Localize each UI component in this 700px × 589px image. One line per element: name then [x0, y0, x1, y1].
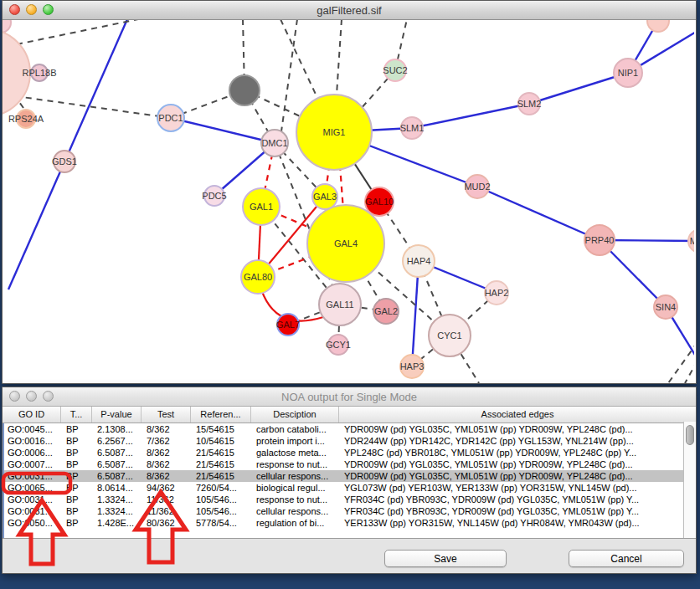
table-row[interactable]: GO:0045...BP2.1308...8/36215/54615carbon… [4, 423, 696, 435]
table-row[interactable]: GO:0050...BP1.428E...80/3625778/54...reg… [4, 517, 696, 529]
network-graph: RPL18BRPS24AGDS1PDC1MIG1SUC2SLM1SLM2NIP1… [3, 20, 694, 383]
column-header-test[interactable]: Test [142, 407, 191, 423]
node-label-HAP3: HAP3 [400, 361, 425, 371]
cell-p_value: 1.428E... [94, 517, 143, 529]
node-label-PDC1: PDC1 [158, 113, 183, 123]
cell-description: regulation of bi... [253, 517, 341, 529]
cell-go_id: GO:0031... [4, 494, 63, 505]
cell-reference: 105/546... [193, 505, 253, 517]
network-node-edge-node-topright[interactable] [647, 20, 669, 32]
cancel-button[interactable]: Cancel [569, 550, 684, 567]
network-canvas[interactable]: RPL18BRPS24AGDS1PDC1MIG1SUC2SLM1SLM2NIP1… [3, 20, 694, 383]
node-label-GDS1: GDS1 [52, 156, 77, 166]
node-label-DMC1: DMC1 [261, 138, 287, 148]
node-label-MSN: MSN [690, 236, 694, 246]
column-header-desciption[interactable]: Desciption [251, 407, 339, 423]
zoom-button[interactable] [43, 391, 54, 402]
cell-edges: YER133W (pp) YOR315W, YNL145W (pd) YHR08… [341, 517, 696, 529]
cell-type: BP [63, 447, 94, 458]
column-header-associated-edges[interactable]: Associated edges [339, 407, 696, 423]
node-label-NIP1: NIP1 [618, 68, 638, 78]
cell-edges: YFR034C (pd) YBR093C, YDR009W (pd) YGL03… [341, 494, 696, 505]
network-window-title: galFiltered.sif [3, 4, 696, 17]
table-header: GO IDT...P-valueTestReferen...Desciption… [3, 407, 696, 423]
node-label-SIN4: SIN4 [656, 302, 676, 312]
cell-test: 7/362 [143, 435, 193, 447]
network-node-gray-node[interactable] [229, 75, 260, 105]
cell-type: BP [63, 423, 94, 435]
cell-edges: YDR009W (pd) YGL035C, YML051W (pp) YDR00… [341, 470, 696, 482]
node-label-GAL3: GAL3 [313, 192, 337, 202]
cell-reference: 21/54615 [193, 447, 253, 458]
network-edge [337, 20, 342, 95]
cell-reference: 5778/54... [193, 517, 253, 529]
column-header-t[interactable]: T... [61, 407, 92, 423]
node-label-GAL1: GAL1 [250, 202, 273, 212]
cell-type: BP [63, 458, 94, 470]
cell-description: biological regul... [253, 482, 341, 494]
zoom-button[interactable] [43, 4, 54, 15]
table-row[interactable]: GO:0031...BP1.3324...11/362105/546...cel… [4, 505, 696, 517]
network-edge [685, 361, 694, 383]
column-header-referen[interactable]: Referen... [191, 407, 251, 423]
cell-go_id: GO:0031... [4, 505, 63, 517]
node-label-GAL80: GAL80 [244, 272, 272, 282]
network-window: galFiltered.sif RPL18BRPS24AGDS1PDC1MIG1… [2, 0, 697, 384]
cell-go_id: GO:0045... [4, 423, 63, 435]
table-row[interactable]: GO:0006...BP6.5087...8/36221/54615galact… [4, 447, 696, 458]
node-label-RPL18B: RPL18B [23, 68, 57, 78]
cell-description: cellular respons... [253, 505, 341, 517]
network-edge [529, 73, 628, 104]
table-scrollbar[interactable] [683, 422, 696, 540]
node-label-SUC2: SUC2 [383, 65, 407, 75]
results-table: GO:0045...BP2.1308...8/36215/54615carbon… [3, 423, 696, 542]
minimize-button[interactable] [26, 391, 37, 402]
cell-reference: 7260/54... [193, 482, 253, 494]
network-edge [171, 118, 275, 143]
cell-description: galactose meta... [253, 447, 341, 458]
noa-window-titlebar[interactable]: NOA output for Single Mode [3, 387, 696, 407]
cell-edges: YDR009W (pd) YGL035C, YML051W (pp) YDR00… [341, 423, 696, 435]
close-button[interactable] [9, 391, 20, 402]
cell-test: 8/362 [143, 423, 193, 435]
cell-p_value: 6.5087... [94, 458, 143, 470]
node-label-GAL2: GAL2 [374, 306, 398, 316]
cell-test: 8/362 [143, 458, 193, 470]
network-node-edge-node-topleft[interactable] [3, 20, 11, 33]
cell-type: BP [63, 470, 94, 482]
node-label-RPS24A: RPS24A [8, 114, 44, 124]
node-label-MIG1: MIG1 [323, 127, 346, 137]
node-label-SLM2: SLM2 [517, 99, 542, 109]
cell-go_id: GO:0050... [4, 517, 63, 529]
column-header-go-id[interactable]: GO ID [3, 407, 61, 423]
network-window-titlebar[interactable]: galFiltered.sif [3, 1, 696, 20]
table-row[interactable]: GO:0031...BP6.5087...8/36221/54615cellul… [4, 470, 696, 482]
cell-reference: 21/54615 [193, 470, 253, 482]
cell-p_value: 6.5087... [94, 447, 143, 458]
cell-go_id: GO:0031... [4, 470, 63, 482]
scrollbar-thumb[interactable] [686, 425, 694, 445]
table-row[interactable]: GO:0007...BP6.5087...8/36221/54615respon… [4, 458, 696, 470]
table-row[interactable]: GO:0065...BP8.0614...94/3627260/54...bio… [4, 482, 696, 494]
cell-test: 94/362 [143, 482, 193, 494]
node-label-GCY1: GCY1 [326, 340, 351, 350]
table-row[interactable]: GO:0016...BP6.2567...7/36210/54615protei… [4, 435, 696, 447]
noa-output-window: NOA output for Single Mode GO IDT...P-va… [2, 387, 697, 574]
save-button[interactable]: Save [384, 550, 507, 567]
cell-test: 80/362 [143, 517, 193, 529]
cell-reference: 21/54615 [193, 458, 253, 470]
node-label-GAL4: GAL4 [334, 238, 358, 248]
node-label-HAP2: HAP2 [485, 288, 509, 298]
node-label-MUD2: MUD2 [464, 182, 490, 192]
cell-go_id: GO:0007... [4, 458, 63, 470]
node-label-PRP40: PRP40 [585, 235, 615, 245]
cell-test: 11/362 [143, 505, 193, 517]
minimize-button[interactable] [26, 4, 37, 15]
table-row[interactable]: GO:0031...BP1.3324...11/362105/546...res… [4, 494, 696, 505]
column-header-p-value[interactable]: P-value [92, 407, 142, 423]
close-button[interactable] [9, 4, 20, 15]
node-label-GAL7: GAL7 [276, 320, 300, 330]
cell-description: cellular respons... [253, 470, 341, 482]
network-edge [477, 187, 600, 240]
cell-reference: 10/54615 [193, 435, 253, 447]
